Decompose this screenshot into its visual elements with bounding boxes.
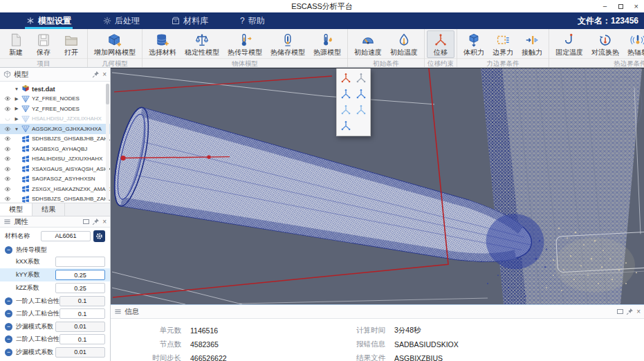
tripod-axes-light-icon [340,104,352,116]
stability-model-icon [194,33,210,48]
kyy-field[interactable]: 0.25 [55,270,105,280]
tree-item[interactable]: HSALIHDISU_JZXIUXHAHX [0,154,110,165]
property-field[interactable]: 0.1 [59,334,105,344]
model-panel-close-button[interactable]: × [102,71,107,78]
tree-item[interactable]: ZSXGX_HSAKAZNZXK_AMASX [0,184,110,194]
scrollbar-thumb[interactable] [106,84,109,104]
displacement-option[interactable] [340,104,352,116]
displacement-menu [336,68,371,136]
initial-velocity-button[interactable]: 初始速度 [350,30,386,58]
tree-root[interactable]: ▼ test.dat [0,84,110,94]
tree-item[interactable]: SAGFASGZ_ASYHHXSN [0,174,110,185]
collapse-arrow-icon[interactable]: ▶ [14,96,19,102]
button-label: 增加网格模型 [94,48,136,57]
stability-model-button[interactable]: 稳定性模型 [181,30,223,58]
kxx-field[interactable] [55,257,105,267]
float-panel-icon[interactable] [617,309,623,314]
tab-results[interactable]: 结果 [33,203,65,216]
visibility-eye-icon[interactable] [3,176,12,182]
collapse-section-icon[interactable]: − [5,323,12,331]
dataset-cube-icon [21,84,30,93]
thermal-radiation-button[interactable]: 热辐射 [623,30,644,58]
maximize-button[interactable] [618,0,623,12]
initial-temperature-button[interactable]: 初始温度 [386,30,422,58]
add-mesh-model-button[interactable]: 增加网格模型 [90,30,140,58]
heat-conduction-model-button[interactable]: 热传导模型 [223,30,266,58]
property-field[interactable]: 0.01 [55,347,105,358]
material-name-field[interactable]: AL6061 [41,231,91,241]
result-file-field: 结果文件 ASGBIXZBIUS [345,351,644,361]
tab-model-settings[interactable]: 模型设置 [21,12,77,29]
conduction-section-row[interactable]: − 热传导模型 [0,244,110,255]
visibility-eye-icon[interactable] [3,106,12,112]
body-force-button[interactable]: 体积力 [459,30,488,58]
visibility-eye-icon[interactable] [3,196,12,202]
visibility-eye-icon[interactable] [3,95,12,102]
tree-scrollbar[interactable] [106,84,109,201]
displacement-option[interactable] [355,88,367,100]
heat-storage-model-button[interactable]: 热储存模型 [266,30,309,58]
displacement-button[interactable]: 位移 [427,30,454,58]
open-button[interactable]: 打开 [57,30,85,58]
collapse-section-icon[interactable]: − [5,335,12,343]
close-button[interactable]: × [634,0,638,12]
collapse-arrow-icon[interactable]: ▶ [14,116,19,122]
visibility-hidden-icon[interactable] [3,115,12,122]
tree-item[interactable]: SDHSBJZS_GHSABJHB_ZAHU [0,194,110,203]
displacement-option[interactable] [355,72,367,84]
new-button[interactable]: 新建 [2,30,30,58]
convection-button[interactable]: 对流换热 [587,30,623,58]
tab-help[interactable]: ? 帮助 [234,12,270,29]
displacement-option[interactable] [340,120,352,132]
tree-item[interactable]: SDHSBJZS_GHSABJHB_ZAHU [0,134,110,145]
fixed-temperature-button[interactable]: 固定温度 [551,30,587,58]
properties-close-button[interactable]: × [102,219,107,225]
tree-item-selected[interactable]: ▼ AGSGKJKG_GJHXAJKHXA [0,124,110,134]
collapse-section-icon[interactable]: − [5,310,12,317]
viewport-3d-scene[interactable] [111,68,644,304]
info-close-button[interactable]: × [636,308,641,315]
displacement-option[interactable] [355,104,367,116]
tree-item[interactable]: ▶ YZ_FREE_NODES [0,94,110,104]
tree-item[interactable]: XAGBSXG_AYHAQBJ [0,144,110,154]
visibility-eye-icon[interactable] [3,146,12,152]
tab-material-library[interactable]: 材料库 [166,12,214,29]
button-label: 打开 [64,48,78,57]
displacement-option[interactable] [340,88,352,100]
visibility-eye-icon[interactable] [3,126,12,132]
property-field[interactable]: 0.01 [55,322,105,332]
boundary-force-button[interactable]: 边界力 [488,30,517,58]
displacement-option-selected[interactable] [340,72,352,84]
material-settings-button[interactable] [93,230,105,242]
tree-item[interactable]: XSAXGAUS_AISYAQSH_ASHX [0,164,110,174]
tab-post-processing[interactable]: 后处理 [98,12,145,29]
property-field[interactable]: 0.1 [59,296,105,306]
property-field[interactable]: 0.1 [59,308,105,319]
tree-item[interactable]: ▶ YZ_FREE_NODES [0,104,110,114]
field-label: 节点数 [141,340,181,349]
kzz-field[interactable]: 0.25 [55,283,105,293]
pin-icon[interactable] [92,71,100,78]
collapse-arrow-icon[interactable]: ▶ [14,106,19,111]
toolbar-group-body-model: 选择材料 稳定性模型 热传导模型 热储存模型 热源模型 物体模型 [142,29,348,67]
pin-icon[interactable] [92,218,100,225]
minimize-button[interactable]: − [602,0,607,12]
select-material-button[interactable]: 选择材料 [145,30,181,58]
collapse-section-icon[interactable]: − [5,297,12,305]
heat-source-model-button[interactable]: 热源模型 [309,30,345,58]
float-panel-icon[interactable] [83,219,89,224]
visibility-eye-icon[interactable] [3,156,12,162]
collapse-section-icon[interactable]: − [5,246,12,254]
contact-force-button[interactable]: 接触力 [517,30,546,58]
pin-icon[interactable] [626,308,634,315]
visibility-eye-icon[interactable] [3,166,12,172]
visibility-eye-icon[interactable] [3,186,12,192]
tab-model[interactable]: 模型 [0,203,33,216]
expand-arrow-icon[interactable]: ▼ [14,127,19,131]
expand-arrow-icon[interactable]: ▼ [14,86,19,91]
collapse-section-icon[interactable]: − [5,349,12,356]
viewport-3d[interactable] [111,68,644,304]
tree-item[interactable]: ▶ HSALHDISU_JZXILIXHAHX [0,114,110,124]
visibility-eye-icon[interactable] [3,136,12,142]
save-button[interactable]: 保存 [30,30,57,58]
